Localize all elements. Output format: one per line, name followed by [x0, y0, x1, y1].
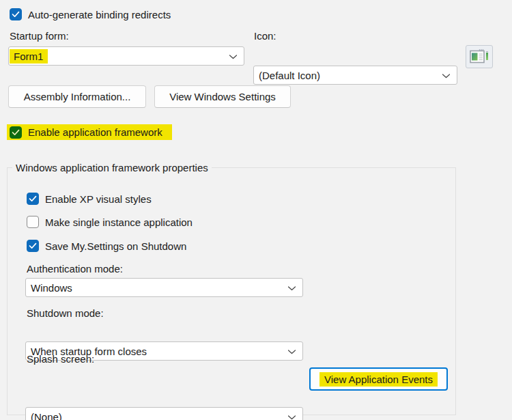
splash-screen-combo[interactable]: (None)	[25, 407, 303, 420]
enable-application-framework-label: Enable application framework	[28, 126, 162, 138]
make-single-instance-label: Make single instance application	[45, 216, 193, 228]
icon-preview-button[interactable]	[466, 45, 493, 68]
startup-form-label: Startup form:	[10, 30, 69, 42]
chevron-down-icon[interactable]	[287, 411, 296, 420]
startup-form-value: Form1	[9, 51, 43, 62]
splash-screen-value: (None)	[26, 411, 62, 420]
save-my-settings-row[interactable]: Save My.Settings on Shutdown	[27, 240, 186, 252]
enable-application-framework-row[interactable]: Enable application framework	[7, 124, 172, 140]
make-single-instance-row[interactable]: Make single instance application	[27, 216, 193, 228]
checkbox-checked-icon[interactable]	[10, 126, 22, 139]
view-application-events-button[interactable]: View Application Events	[309, 367, 448, 391]
enable-xp-visual-styles-label: Enable XP visual styles	[45, 193, 152, 205]
icon-label: Icon:	[254, 30, 276, 42]
authentication-mode-combo[interactable]: Windows	[25, 278, 303, 297]
groupbox-title: Windows application framework properties	[12, 161, 212, 175]
assembly-information-button[interactable]: Assembly Information...	[8, 85, 146, 108]
icon-value: (Default Icon)	[254, 70, 320, 81]
windows-application-framework-groupbox: Windows application framework properties…	[7, 167, 456, 415]
chevron-down-icon[interactable]	[229, 51, 238, 62]
auto-generate-binding-redirects-label: Auto-generate binding redirects	[28, 9, 171, 20]
checkbox-unchecked-icon[interactable]	[27, 216, 39, 228]
save-my-settings-label: Save My.Settings on Shutdown	[45, 240, 186, 252]
authentication-mode-label: Authentication mode:	[27, 263, 123, 275]
auto-generate-binding-redirects-row[interactable]: Auto-generate binding redirects	[10, 8, 171, 20]
authentication-mode-value: Windows	[26, 282, 72, 294]
chevron-down-icon[interactable]	[442, 70, 451, 81]
enable-xp-visual-styles-row[interactable]: Enable XP visual styles	[27, 193, 152, 205]
chevron-down-icon[interactable]	[287, 282, 296, 294]
shutdown-mode-label: Shutdown mode:	[27, 307, 104, 319]
checkbox-checked-icon[interactable]	[27, 193, 39, 205]
icon-combo[interactable]: (Default Icon)	[253, 66, 457, 85]
startup-form-combo[interactable]: Form1	[8, 46, 244, 66]
checkbox-checked-icon[interactable]	[10, 8, 22, 20]
annotation-highlight: View Application Events	[319, 372, 438, 387]
chevron-down-icon[interactable]	[287, 346, 296, 357]
view-windows-settings-button[interactable]: View Windows Settings	[154, 85, 291, 108]
shutdown-mode-value: When startup form closes	[26, 346, 147, 357]
form-preview-icon	[470, 49, 489, 64]
checkbox-checked-icon[interactable]	[27, 240, 39, 252]
